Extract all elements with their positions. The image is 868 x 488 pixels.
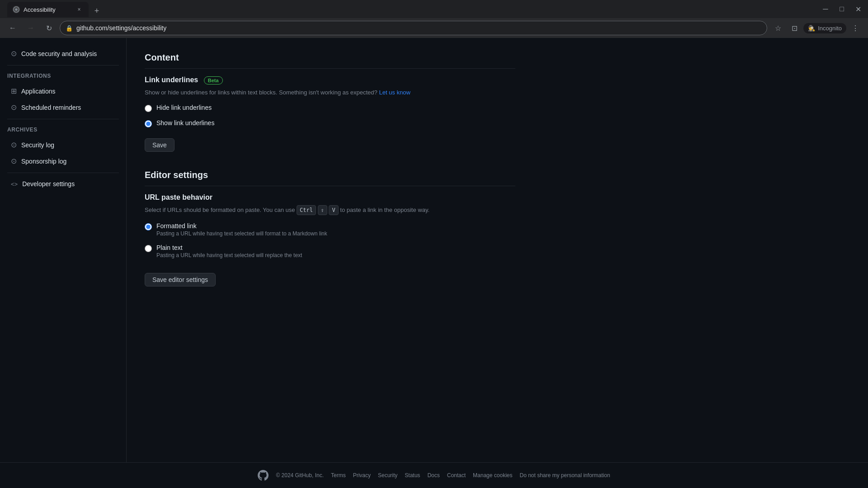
footer-security-link[interactable]: Security (378, 472, 397, 479)
ctrl-kbd: Ctrl (297, 205, 316, 215)
clock-icon: ⊙ (11, 103, 17, 112)
close-window-button[interactable]: ✕ (852, 3, 864, 15)
lock-icon: 🔒 (66, 25, 73, 32)
browser-titlebar: Accessibility × + ─ □ ✕ (0, 0, 868, 18)
show-underlines-option: Show link underlines (145, 119, 515, 127)
more-button[interactable]: ⋮ (848, 21, 863, 35)
log-icon: ⊙ (11, 141, 17, 149)
sidebar-item-developer-settings[interactable]: <> Developer settings (4, 177, 123, 191)
url-paste-heading: URL paste behavior (145, 193, 515, 202)
sidebar-item-scheduled-reminders[interactable]: ⊙ Scheduled reminders (4, 99, 123, 115)
let-us-know-link[interactable]: Let us know (379, 89, 410, 96)
formatted-link-radio[interactable] (145, 223, 152, 230)
sidebar-section-integrations: Integrations (0, 69, 126, 83)
window-controls: ─ □ ✕ (819, 3, 864, 15)
footer-status-link[interactable]: Status (405, 472, 420, 479)
sponsorship-icon: ⊙ (11, 157, 17, 165)
content-section: Content Link underlines Beta Show or hid… (145, 52, 515, 152)
hide-underlines-label[interactable]: Hide link underlines (156, 104, 212, 111)
link-underlines-heading: Link underlines Beta (145, 76, 515, 84)
incognito-icon: 🕵 (808, 25, 815, 32)
v-kbd: V (329, 205, 338, 215)
apps-icon: ⊞ (11, 87, 17, 95)
url-text: github.com/settings/accessibility (76, 24, 761, 32)
forward-button[interactable]: → (24, 21, 38, 35)
editor-settings-section: Editor settings URL paste behavior Selec… (145, 170, 515, 286)
footer-manage-cookies-link[interactable]: Manage cookies (473, 472, 512, 479)
footer-terms-link[interactable]: Terms (331, 472, 346, 479)
save-editor-button[interactable]: Save editor settings (145, 273, 216, 286)
sidebar-item-security-log[interactable]: ⊙ Security log (4, 137, 123, 153)
content-section-title: Content (145, 52, 515, 69)
main-content: Content Link underlines Beta Show or hid… (127, 38, 533, 462)
maximize-button[interactable]: □ (835, 3, 848, 15)
footer-docs-link[interactable]: Docs (427, 472, 439, 479)
url-paste-description: Select if URLs should be formatted on pa… (145, 205, 515, 215)
footer-do-not-share-link[interactable]: Do not share my personal information (519, 472, 610, 479)
tab-bar: Accessibility × + (4, 1, 107, 17)
hide-underlines-radio[interactable] (145, 105, 152, 112)
sidebar-section-archives: Archives (0, 123, 126, 136)
sidebar-item-label: Security log (21, 141, 54, 149)
back-button[interactable]: ← (5, 21, 20, 35)
sidebar-item-label: Developer settings (22, 180, 75, 188)
footer-privacy-link[interactable]: Privacy (353, 472, 371, 479)
new-tab-button[interactable]: + (90, 5, 103, 17)
sidebar-item-code-security[interactable]: ⊙ Code security and analysis (4, 46, 123, 61)
hide-underlines-option: Hide link underlines (145, 104, 515, 112)
address-bar[interactable]: 🔒 github.com/settings/accessibility (60, 21, 767, 35)
split-button[interactable]: ⊡ (787, 21, 802, 35)
show-underlines-radio[interactable] (145, 120, 152, 127)
browser-chrome: Accessibility × + ─ □ ✕ ← → ↻ 🔒 github.c… (0, 0, 868, 38)
svg-point-1 (15, 8, 17, 10)
tab-favicon (13, 6, 20, 13)
tab-title: Accessibility (24, 6, 71, 13)
beta-badge: Beta (204, 76, 223, 84)
plain-text-desc: Pasting a URL while having text selected… (156, 252, 302, 258)
page-footer: © 2024 GitHub, Inc. Terms Privacy Securi… (0, 462, 868, 488)
toolbar-actions: ☆ ⊡ 🕵 Incognito ⋮ (771, 21, 863, 35)
sidebar-divider (7, 65, 119, 66)
formatted-link-desc: Pasting a URL while having text selected… (156, 230, 327, 237)
editor-settings-title: Editor settings (145, 170, 515, 186)
show-underlines-label[interactable]: Show link underlines (156, 119, 214, 127)
save-content-button[interactable]: Save (145, 138, 175, 152)
plain-text-label[interactable]: Plain text (156, 244, 183, 251)
bookmark-button[interactable]: ☆ (771, 21, 785, 35)
copyright-text: © 2024 GitHub, Inc. (276, 472, 324, 479)
formatted-link-label[interactable]: Formatted link (156, 222, 197, 230)
sidebar-item-label: Sponsorship log (21, 158, 66, 165)
active-tab[interactable]: Accessibility × (7, 2, 89, 17)
sidebar-divider-2 (7, 119, 119, 119)
code-icon: <> (11, 181, 18, 188)
sidebar-item-applications[interactable]: ⊞ Applications (4, 83, 123, 99)
plain-text-option: Plain text Pasting a URL while having te… (145, 244, 515, 258)
minimize-button[interactable]: ─ (819, 3, 832, 15)
incognito-badge: 🕵 Incognito (803, 23, 846, 33)
shield-icon: ⊙ (11, 49, 17, 58)
sidebar-item-label: Applications (21, 88, 56, 95)
shift-kbd: ⇧ (318, 205, 327, 215)
plain-text-radio[interactable] (145, 245, 152, 252)
formatted-link-option: Formatted link Pasting a URL while havin… (145, 222, 515, 237)
sidebar: ⊙ Code security and analysis Integration… (0, 38, 127, 462)
footer-contact-link[interactable]: Contact (447, 472, 466, 479)
sidebar-item-label: Code security and analysis (21, 50, 97, 57)
browser-toolbar: ← → ↻ 🔒 github.com/settings/accessibilit… (0, 18, 868, 38)
link-underlines-description: Show or hide underlines for links within… (145, 88, 515, 97)
sidebar-item-sponsorship-log[interactable]: ⊙ Sponsorship log (4, 153, 123, 169)
refresh-button[interactable]: ↻ (42, 21, 56, 35)
sidebar-item-label: Scheduled reminders (21, 104, 81, 111)
sidebar-divider-3 (7, 173, 119, 173)
github-logo-icon (258, 470, 269, 481)
page-content: ⊙ Code security and analysis Integration… (0, 38, 868, 462)
tab-close-button[interactable]: × (75, 5, 83, 14)
incognito-label: Incognito (818, 25, 842, 32)
